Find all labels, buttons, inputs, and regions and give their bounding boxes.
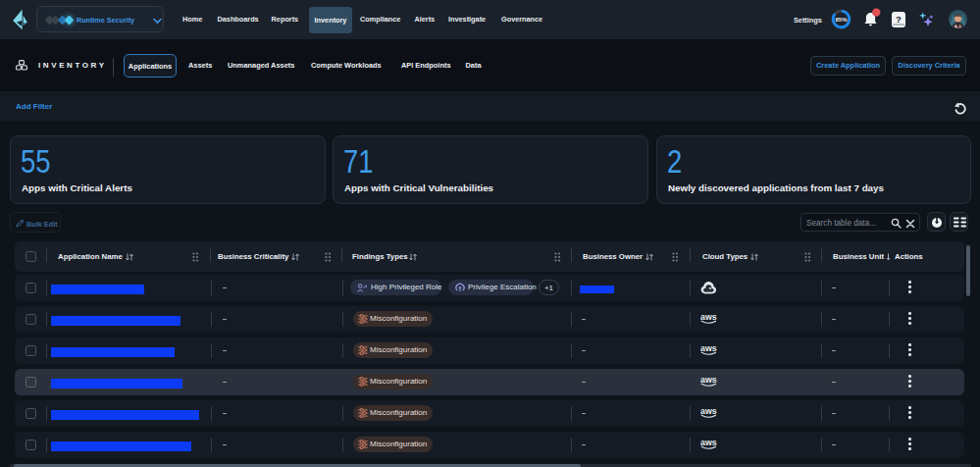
svg-text:85%: 85% [835,17,848,23]
